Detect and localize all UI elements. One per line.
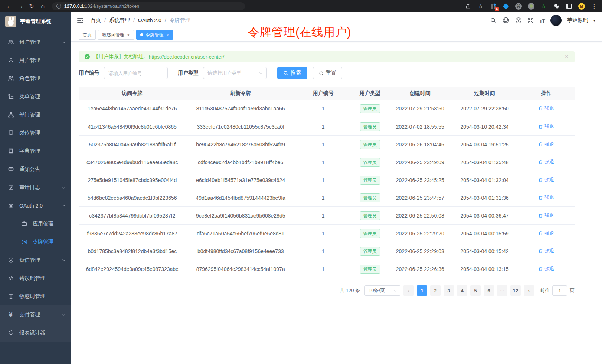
- goto-page-input[interactable]: [552, 285, 567, 296]
- table-row: c347026e805e4d99b0d116eae66eda8ccdfc4ce9…: [79, 153, 575, 171]
- sidebar-item-users-0[interactable]: 租户管理: [0, 33, 71, 51]
- tab-item[interactable]: 首页: [79, 30, 96, 40]
- sidebar-item-robot-9[interactable]: OAuth 2.0: [0, 196, 71, 215]
- github-icon[interactable]: [502, 17, 510, 24]
- reload-icon[interactable]: ↻: [26, 1, 37, 11]
- force-logout-button[interactable]: 强退: [538, 194, 554, 201]
- action-cell: 强退: [518, 123, 575, 130]
- prev-page-button[interactable]: ‹: [403, 285, 414, 296]
- page-button-12[interactable]: 12: [510, 285, 521, 296]
- sidebar-item-app-10[interactable]: 应用管理: [0, 215, 71, 233]
- breadcrumb-item: 令牌管理: [170, 17, 190, 24]
- tab-close-icon[interactable]: ×: [127, 33, 130, 37]
- created-time-cell: 2022-06-25 23:45:25: [389, 177, 451, 183]
- force-logout-button[interactable]: 强退: [538, 248, 554, 254]
- chevron-down-icon[interactable]: ▾: [593, 19, 595, 23]
- force-logout-button[interactable]: 强退: [538, 159, 554, 165]
- sidebar-item-dict-6[interactable]: 字典管理: [0, 142, 71, 160]
- doc-alert: ✓ 【用户体系】文档地址: https://doc.iocoder.cn/use…: [79, 51, 575, 62]
- breadcrumb-item[interactable]: 系统管理: [109, 17, 130, 24]
- force-logout-button[interactable]: 强退: [538, 212, 554, 219]
- access-token-cell: 41c41346a548490f9dc8b01c6bfe0865: [79, 124, 186, 130]
- page-button-4[interactable]: 4: [457, 285, 467, 296]
- action-cell: 强退: [518, 141, 575, 148]
- tab-item[interactable]: 敏感词管理×: [98, 30, 134, 40]
- page-size-select[interactable]: 10条/页: [364, 285, 400, 296]
- search-button[interactable]: 搜索: [277, 67, 307, 79]
- sidebar-item-audit-8[interactable]: 审计日志: [0, 178, 71, 196]
- report-icon: [7, 330, 14, 336]
- sidebar-item-menu-tree-3[interactable]: 菜单管理: [0, 87, 71, 106]
- reset-button[interactable]: 重置: [313, 67, 342, 79]
- breadcrumb-item[interactable]: OAuth 2.0: [138, 17, 161, 23]
- user-type-select[interactable]: 请选择用户类型: [203, 67, 267, 79]
- user-id-cell: 1: [295, 106, 351, 112]
- sidebar-item-report-16[interactable]: 报表设计器: [0, 324, 71, 342]
- alert-close-icon[interactable]: ×: [565, 53, 569, 60]
- tab-active[interactable]: 令牌管理×: [136, 30, 173, 40]
- collapse-sidebar-icon[interactable]: [76, 17, 84, 24]
- sidebar-item-user-1[interactable]: 用户管理: [0, 51, 71, 69]
- record-icon[interactable]: [527, 2, 535, 10]
- doc-link[interactable]: https://doc.iocoder.cn/user-center/: [149, 54, 224, 60]
- share-icon[interactable]: [464, 2, 472, 10]
- sidebar-item-notice-7[interactable]: 通知公告: [0, 160, 71, 178]
- font-size-icon[interactable]: тT: [539, 17, 545, 24]
- sidebar-item-yen-15[interactable]: ¥支付管理: [0, 305, 71, 324]
- action-cell: 强退: [518, 194, 575, 201]
- tab-close-icon[interactable]: ×: [166, 33, 169, 37]
- menu-dots-icon[interactable]: ⋮: [590, 2, 598, 10]
- users-icon: [7, 39, 14, 46]
- more-pages-button[interactable]: •••: [497, 285, 507, 296]
- star-icon[interactable]: ☆: [477, 2, 485, 10]
- force-logout-button[interactable]: 强退: [538, 141, 554, 148]
- force-logout-button[interactable]: 强退: [538, 176, 554, 183]
- goto-label: 前往: [540, 287, 550, 294]
- user-id-cell: 1: [295, 213, 351, 219]
- robot-icon: [7, 202, 14, 209]
- user-name: 芋道源码: [567, 17, 588, 24]
- page-button-5[interactable]: 5: [470, 285, 481, 296]
- sidebar-item-roles-2[interactable]: 角色管理: [0, 69, 71, 87]
- force-logout-button[interactable]: 强退: [538, 230, 554, 236]
- page-info-icon[interactable]: i: [56, 4, 61, 9]
- sidebar-item-code-13[interactable]: 错误码管理: [0, 269, 71, 287]
- refresh-token-cell: 8796295f04064c2983414cc54af1097a: [186, 266, 295, 272]
- breadcrumb-separator: /: [133, 17, 135, 23]
- home-icon[interactable]: ⌂: [37, 1, 48, 11]
- puzzle-icon[interactable]: [552, 2, 560, 10]
- sidebar-item-token-11[interactable]: 令牌管理: [0, 233, 71, 251]
- page-button-3[interactable]: 3: [444, 285, 454, 296]
- next-page-button[interactable]: ›: [524, 285, 534, 296]
- reader-icon[interactable]: [565, 2, 573, 10]
- page-button-6[interactable]: 6: [484, 285, 494, 296]
- sidebar-item-shield-12[interactable]: 短信管理: [0, 251, 71, 269]
- green-star-icon[interactable]: ☆: [540, 2, 548, 10]
- user-type-cell: 管理员: [351, 229, 389, 238]
- search-icon[interactable]: [490, 17, 497, 24]
- page-button-2[interactable]: 2: [430, 285, 441, 296]
- gem-icon[interactable]: [502, 2, 510, 10]
- access-token-cell: f9336e7c7dd242a283ee98dc86b17a87: [79, 231, 186, 236]
- force-logout-button[interactable]: 强退: [538, 105, 554, 112]
- page-button-1[interactable]: 1: [417, 285, 427, 296]
- extensions-icon[interactable]: 9: [489, 2, 497, 10]
- app-logo[interactable]: 芋道管理系统: [0, 12, 71, 31]
- avatar[interactable]: [550, 15, 562, 26]
- emoji-icon[interactable]: [578, 2, 586, 10]
- forward-icon[interactable]: →: [15, 1, 26, 11]
- force-logout-button[interactable]: 强退: [538, 123, 554, 130]
- fullscreen-icon[interactable]: [527, 17, 534, 24]
- address-bar[interactable]: i 127.0.0.1:1024/system/oauth2/token: [52, 2, 245, 10]
- access-token-cell: c347026e805e4d99b0d116eae66eda8c: [79, 159, 186, 165]
- help-icon[interactable]: [515, 17, 522, 24]
- back-icon[interactable]: ←: [4, 1, 15, 11]
- menu-tree-icon: [7, 93, 14, 100]
- sidebar-item-book-14[interactable]: 敏感词管理: [0, 287, 71, 305]
- force-logout-button[interactable]: 强退: [538, 265, 554, 272]
- sidebar-item-post-5[interactable]: 岗位管理: [0, 124, 71, 142]
- user-id-input[interactable]: [104, 67, 168, 79]
- breadcrumb-item[interactable]: 首页: [91, 17, 101, 24]
- sidebar-item-org-4[interactable]: 部门管理: [0, 106, 71, 124]
- command-icon[interactable]: ⌘: [514, 2, 523, 10]
